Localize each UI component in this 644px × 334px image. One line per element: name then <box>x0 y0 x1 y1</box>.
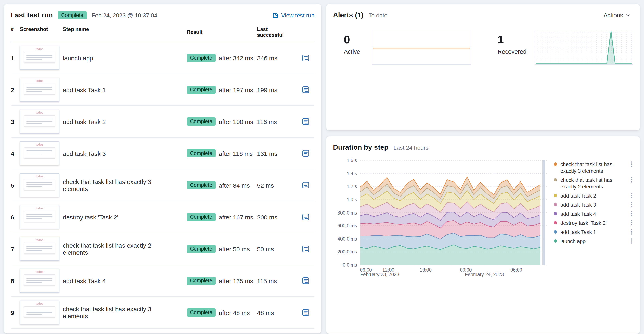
step-performance-breakdown-button[interactable] <box>300 84 311 95</box>
step-name: add task Task 3 <box>63 150 187 157</box>
legend-item: add task Task 3 <box>554 202 633 208</box>
step-performance-breakdown-button[interactable] <box>300 244 311 254</box>
step-result-duration: after 116 ms <box>219 150 253 157</box>
step-screenshot-thumbnail[interactable]: todos <box>20 78 59 102</box>
legend-options-button[interactable] <box>630 193 633 198</box>
table-row: 3 todos add task Task 2 Complete after 1… <box>11 106 314 138</box>
thumbnail-line <box>26 218 42 219</box>
step-detail-icon <box>302 118 310 125</box>
legend-options-button[interactable] <box>630 238 633 244</box>
step-screenshot-cell: todos <box>20 141 63 165</box>
step-detail-icon <box>302 54 310 62</box>
view-test-run-link[interactable]: View test run <box>272 12 314 18</box>
view-test-run-label: View test run <box>281 12 314 18</box>
thumbnail-line <box>26 278 52 278</box>
step-last-successful: 50 ms <box>257 245 295 252</box>
step-performance-breakdown-button[interactable] <box>300 116 311 127</box>
legend-options-button[interactable] <box>630 229 633 235</box>
thumbnail-content <box>24 306 55 318</box>
table-row: 9 todos check that task list has exactly… <box>11 297 314 329</box>
step-number: 4 <box>11 150 20 157</box>
thumbnail-line <box>26 154 42 156</box>
step-screenshot-thumbnail[interactable]: todos <box>20 110 59 134</box>
step-result-duration: after 342 ms <box>219 54 253 62</box>
step-screenshot-thumbnail[interactable]: todos <box>20 300 59 324</box>
legend-series-label[interactable]: destroy task 'Task 2' <box>560 220 627 226</box>
recovered-alerts-group: 1 Recovered <box>494 30 633 65</box>
step-screenshot-thumbnail[interactable]: todos <box>20 46 59 70</box>
duration-subtitle: Last 24 hours <box>394 144 428 151</box>
alerts-actions-label: Actions <box>604 12 623 18</box>
thumbnail-content <box>24 147 55 158</box>
thumbnail-todos-label: todos <box>20 143 59 146</box>
legend-series-label[interactable]: add task Task 4 <box>560 211 627 218</box>
legend-options-button[interactable] <box>630 220 633 226</box>
thumbnail-line <box>26 250 42 251</box>
legend-options-button[interactable] <box>630 202 633 208</box>
step-screenshot-thumbnail[interactable]: todos <box>20 269 59 293</box>
legend-series-label[interactable]: add task Task 1 <box>560 229 627 236</box>
step-name: check that task list has exactly 3 eleme… <box>63 178 187 192</box>
step-detail-icon <box>302 245 310 252</box>
step-action-cell <box>295 275 314 286</box>
y-axis-tick-label: 1.0 s <box>347 197 357 202</box>
y-axis-tick-label: 1.6 s <box>347 158 357 163</box>
x-axis-tick-label: 06:00 <box>360 268 372 272</box>
step-result-duration: after 197 ms <box>219 86 253 93</box>
legend-options-button[interactable] <box>630 211 633 216</box>
legend-options-button[interactable] <box>630 177 633 183</box>
legend-item: add task Task 4 <box>554 211 633 218</box>
thumbnail-content <box>24 211 55 222</box>
recovered-alerts-count: 1 <box>498 34 535 46</box>
thumbnail-line <box>26 216 52 217</box>
step-result-badge: Complete <box>187 149 216 158</box>
last-test-run-title: Last test run <box>11 11 53 20</box>
step-screenshot-thumbnail[interactable]: todos <box>20 173 59 197</box>
legend-series-label[interactable]: add task Task 3 <box>560 202 627 208</box>
step-performance-breakdown-button[interactable] <box>300 180 311 190</box>
legend-series-label[interactable]: check that task list has exactly 3 eleme… <box>560 161 627 174</box>
step-performance-breakdown-button[interactable] <box>300 148 311 159</box>
legend-series-label[interactable]: add task Task 2 <box>560 193 627 199</box>
recovered-alerts-sparkline <box>535 30 633 65</box>
active-alerts-count: 0 <box>344 34 372 46</box>
step-performance-breakdown-button[interactable] <box>300 275 311 286</box>
legend-options-button[interactable] <box>630 161 633 167</box>
legend-series-label[interactable]: check that task list has exactly 2 eleme… <box>560 177 627 190</box>
thumbnail-todos-label: todos <box>20 207 59 210</box>
thumbnail-line <box>26 184 52 185</box>
step-detail-icon <box>302 277 310 284</box>
y-axis-tick-label: 400.0 ms <box>338 236 357 242</box>
step-screenshot-thumbnail[interactable]: todos <box>20 237 59 261</box>
thumbnail-content <box>24 179 55 190</box>
step-screenshot-thumbnail[interactable]: todos <box>20 205 59 229</box>
step-detail-icon <box>302 150 310 157</box>
step-action-cell <box>295 148 314 159</box>
step-number: 2 <box>11 86 20 93</box>
step-detail-icon <box>302 182 310 189</box>
thumbnail-line <box>26 87 52 88</box>
legend-item: add task Task 1 <box>554 229 633 236</box>
step-performance-breakdown-button[interactable] <box>300 212 311 222</box>
thumbnail-todos-label: todos <box>20 175 59 178</box>
kebab-menu-icon <box>630 229 632 235</box>
legend-series-dot <box>554 221 557 224</box>
step-name: check that task list has exactly 3 eleme… <box>63 306 187 320</box>
thumbnail-line <box>26 59 42 60</box>
step-number: 3 <box>11 118 20 125</box>
y-axis-tick-label: 1.4 s <box>347 171 357 176</box>
step-detail-icon <box>302 86 310 94</box>
step-performance-breakdown-button[interactable] <box>300 52 311 63</box>
step-result-badge: Complete <box>187 276 216 285</box>
alerts-actions-button[interactable]: Actions <box>601 12 633 19</box>
step-result-cell: Complete after 167 ms <box>187 213 257 221</box>
step-result-duration: after 167 ms <box>219 214 253 220</box>
step-result-badge: Complete <box>187 213 216 221</box>
step-screenshot-thumbnail[interactable]: todos <box>20 141 59 165</box>
table-row: 4 todos add task Task 3 Complete after 1… <box>11 138 314 170</box>
thumbnail-line <box>26 310 52 310</box>
legend-series-label[interactable]: launch app <box>560 238 627 245</box>
step-performance-breakdown-button[interactable] <box>300 307 311 318</box>
thumbnail-line <box>26 186 42 187</box>
step-name: add task Task 4 <box>63 277 187 284</box>
